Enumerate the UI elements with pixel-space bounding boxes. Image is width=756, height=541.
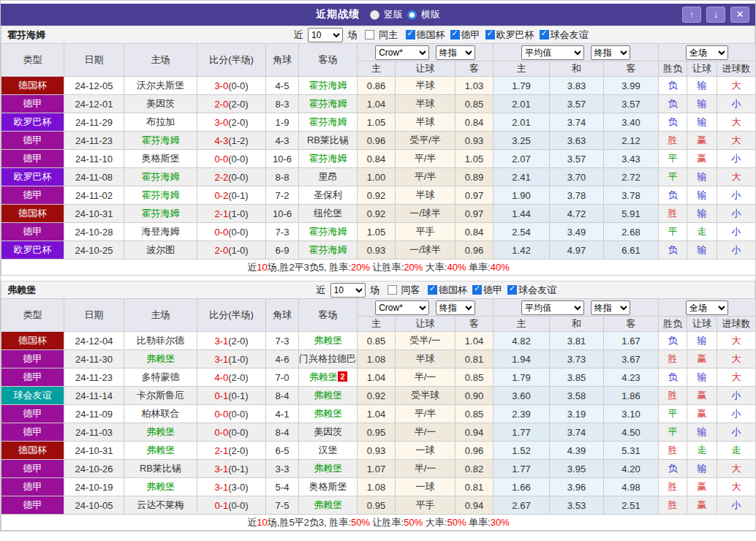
match-type-badge: 欧罗巴杯 bbox=[1, 113, 64, 132]
result-handicap: 输 bbox=[687, 186, 717, 205]
away-team-name: 弗赖堡 bbox=[314, 499, 342, 510]
vertical-layout-radio[interactable] bbox=[370, 10, 379, 20]
halftime-score: (1-0) bbox=[228, 208, 248, 219]
league-checkbox[interactable] bbox=[540, 30, 549, 39]
odds-home: 0.92 bbox=[358, 186, 396, 205]
col-header-score: 比分(半场) bbox=[197, 299, 266, 332]
odds-company-select[interactable]: Crow* bbox=[375, 300, 429, 315]
result-goals: 小 bbox=[717, 95, 756, 113]
near-label: 近 bbox=[293, 29, 303, 40]
avg-away: 2.72 bbox=[604, 168, 659, 186]
avg-home: 1.94 bbox=[494, 350, 550, 368]
corner-count: 8-3 bbox=[266, 95, 299, 113]
odds-home: 1.05 bbox=[358, 113, 396, 132]
home-team-name: 霍芬海姆 bbox=[142, 189, 180, 200]
away-team-cell: 汉堡 bbox=[299, 442, 358, 460]
summary-segment: 大率: bbox=[423, 517, 447, 528]
result-goals: 大 bbox=[717, 168, 756, 186]
match-type-badge: 德国杯 bbox=[1, 205, 64, 223]
same-venue-checkbox[interactable] bbox=[388, 285, 397, 295]
result-wdl: 负 bbox=[659, 368, 687, 387]
league-checkbox[interactable] bbox=[406, 30, 415, 39]
odds-stage-select[interactable]: 终指 bbox=[436, 45, 475, 60]
avg-away: 3.99 bbox=[604, 77, 659, 95]
scope-select[interactable]: 全场 bbox=[686, 45, 728, 60]
summary-segment: 20% bbox=[351, 262, 370, 273]
home-team-name: 布拉加 bbox=[146, 116, 175, 127]
close-icon[interactable]: ✕ bbox=[730, 7, 749, 23]
score-cell: 0-0(0-0) bbox=[197, 423, 266, 442]
home-team-name: 多特蒙德 bbox=[142, 371, 180, 382]
match-type-badge: 德甲 bbox=[1, 368, 64, 387]
summary-segment: 30% bbox=[491, 517, 510, 528]
match-date: 24-10-28 bbox=[64, 223, 124, 241]
average-stage-select[interactable]: 终指 bbox=[591, 45, 630, 60]
average-stage-select[interactable]: 终指 bbox=[591, 300, 630, 315]
odds-handicap-line: 半/一 bbox=[396, 460, 456, 478]
odds-handicap-line: 平/半 bbox=[396, 405, 456, 423]
avg-away: 4.98 bbox=[604, 478, 659, 496]
col-header-odds-home: 主 bbox=[358, 61, 396, 77]
odds-away: 0.85 bbox=[456, 368, 494, 387]
odds-away: 1.03 bbox=[456, 77, 494, 95]
away-team-cell: 圣保利 bbox=[299, 186, 358, 205]
fulltime-score: 4-3 bbox=[214, 135, 228, 146]
col-header-corner: 角球 bbox=[266, 299, 299, 332]
odds-handicap-line: 受平/半 bbox=[396, 132, 456, 150]
odds-handicap-line: 半球 bbox=[396, 350, 456, 368]
col-header-odds-line: 让球 bbox=[396, 317, 456, 332]
avg-draw: 3.74 bbox=[550, 113, 604, 132]
match-date: 24-10-31 bbox=[64, 442, 124, 460]
result-wdl: 平 bbox=[659, 223, 687, 241]
match-type-badge: 德甲 bbox=[1, 405, 64, 423]
halftime-score: (1-2) bbox=[228, 135, 248, 146]
games-count-select[interactable]: 10 bbox=[308, 28, 343, 42]
odds-stage-select[interactable]: 终指 bbox=[436, 300, 475, 315]
odds-handicap-line: 半球 bbox=[396, 186, 456, 205]
avg-home: 4.82 bbox=[494, 332, 550, 350]
odds-home: 0.84 bbox=[358, 150, 396, 168]
home-team-cell: 弗赖堡 bbox=[124, 478, 197, 496]
home-team-cell: 沃尔夫斯堡 bbox=[124, 77, 197, 95]
home-team-cell: 奥格斯堡 bbox=[124, 150, 197, 168]
move-down-icon[interactable]: ↓ bbox=[706, 7, 725, 23]
odds-group-header: Crow* 终指 bbox=[358, 299, 494, 317]
move-up-icon[interactable]: ↑ bbox=[682, 7, 701, 23]
score-cell: 0-1(0-0) bbox=[197, 496, 266, 515]
average-select[interactable]: 平均值 bbox=[521, 45, 584, 60]
league-checkbox[interactable] bbox=[428, 285, 437, 295]
col-header-odds-away: 客 bbox=[456, 317, 494, 332]
league-checkbox[interactable] bbox=[450, 30, 460, 39]
col-header-result-wdl: 胜负 bbox=[659, 317, 687, 332]
avg-away: 1.86 bbox=[604, 387, 659, 405]
match-row: 球会友谊24-11-14卡尔斯鲁厄0-1(0-1)8-4弗赖堡0.92受半球0.… bbox=[1, 387, 756, 405]
fulltime-score: 0-1 bbox=[214, 390, 228, 401]
home-team-name: 奥格斯堡 bbox=[142, 153, 180, 164]
horizontal-layout-radio[interactable] bbox=[407, 10, 417, 20]
same-venue-checkbox[interactable] bbox=[365, 30, 374, 39]
avg-home: 2.67 bbox=[494, 496, 550, 515]
match-row: 德国杯24-12-04比勒菲尔德3-1(2-0)7-3弗赖堡0.85受半/一1.… bbox=[1, 332, 756, 350]
avg-draw: 3.73 bbox=[550, 350, 604, 368]
league-checkbox[interactable] bbox=[485, 30, 495, 39]
away-team-cell: 弗赖堡 bbox=[299, 496, 358, 515]
league-checkbox[interactable] bbox=[472, 285, 482, 295]
odds-handicap-line: 一/球半 bbox=[396, 205, 456, 223]
summary-segment: 让胜率: bbox=[370, 262, 404, 273]
avg-home: 1.90 bbox=[494, 186, 550, 205]
match-row: 欧罗巴杯24-10-25波尔图2-0(1-0)6-9霍芬海姆0.93一/球半0.… bbox=[1, 241, 756, 260]
corner-count: 7-3 bbox=[266, 223, 299, 241]
avg-home: 1.77 bbox=[494, 460, 550, 478]
league-checkbox[interactable] bbox=[507, 285, 517, 295]
scope-select[interactable]: 全场 bbox=[686, 300, 728, 315]
summary-segment: 让胜率: bbox=[370, 517, 404, 528]
odds-company-select[interactable]: Crow* bbox=[375, 45, 429, 60]
away-team-name: 霍芬海姆 bbox=[309, 116, 347, 127]
odds-away: 0.90 bbox=[456, 387, 494, 405]
match-type-badge: 德国杯 bbox=[1, 332, 64, 350]
away-team-cell: 霍芬海姆 bbox=[299, 150, 358, 168]
odds-away: 0.85 bbox=[456, 405, 494, 423]
games-count-select[interactable]: 10 bbox=[330, 283, 366, 298]
average-select[interactable]: 平均值 bbox=[521, 300, 584, 315]
halftime-score: (2-0) bbox=[228, 117, 248, 128]
